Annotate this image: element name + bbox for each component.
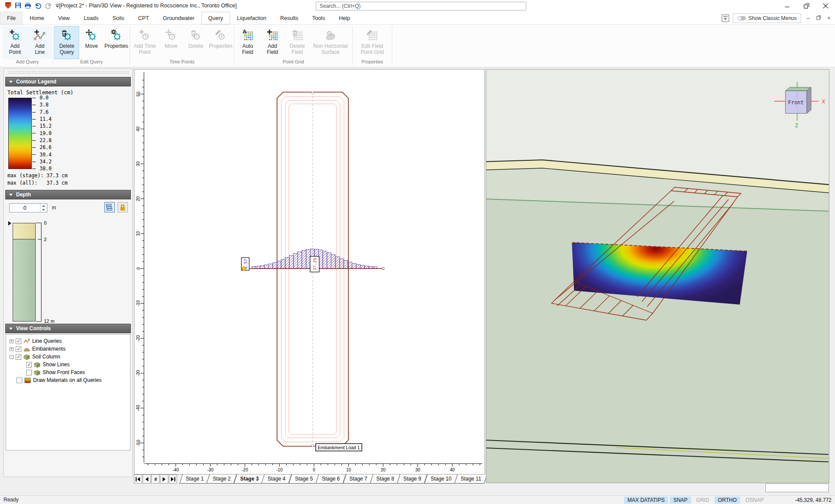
expander-icon[interactable]: + <box>10 339 13 343</box>
stage-tab-11[interactable]: Stage 11 <box>454 474 487 484</box>
query-end-point[interactable] <box>382 267 384 270</box>
stage-number-button[interactable]: # <box>151 474 160 484</box>
depth-marker-icon[interactable] <box>8 221 11 225</box>
svg-text:10: 10 <box>346 468 351 472</box>
tree-item-soil-column[interactable]: - Soil Column <box>6 353 130 361</box>
minimize-button[interactable] <box>778 0 797 12</box>
contour-legend-panel: Total Settlement (cm) 0.0 3.8 7.6 11.4 1… <box>7 86 130 190</box>
view-3d[interactable]: Y Front X Z <box>486 69 829 483</box>
embankments-checkbox[interactable] <box>16 346 21 352</box>
legend-tick-label: 15.2 <box>40 123 52 129</box>
show-lines-checkbox[interactable] <box>26 362 32 368</box>
save-icon[interactable] <box>15 2 21 9</box>
ribbon-separator <box>234 26 234 66</box>
add-point-button[interactable]: AddPoint <box>3 26 27 59</box>
close-button[interactable] <box>816 0 835 12</box>
depth-input[interactable]: 0 <box>9 203 47 212</box>
menu-tab-file[interactable]: File <box>0 12 23 24</box>
search-input[interactable] <box>316 2 526 10</box>
svg-text:-40: -40 <box>173 468 179 472</box>
depth-lock-button[interactable] <box>117 202 128 212</box>
menu-tab-liquefaction[interactable]: Liquefaction <box>230 12 273 24</box>
previous-stage-button[interactable] <box>143 474 151 484</box>
grid-toggle[interactable]: GRID <box>693 497 713 504</box>
svg-text:-30: -30 <box>136 370 141 376</box>
embankment-load-label[interactable]: Embankment Load 1 <box>316 444 362 451</box>
query-start-point[interactable] <box>242 267 246 271</box>
redo-icon[interactable] <box>45 2 52 9</box>
stage-tab-8[interactable]: Stage 8 <box>370 474 401 484</box>
first-stage-button[interactable] <box>134 474 142 484</box>
print-icon[interactable] <box>24 2 31 9</box>
menu-tab-groundwater[interactable]: Groundwater <box>156 12 201 24</box>
stage-tab-5[interactable]: Stage 5 <box>288 474 319 484</box>
delete-query-button[interactable]: DeleteQuery <box>54 26 79 59</box>
view-controls-header[interactable]: View Controls <box>5 324 131 333</box>
stage-tab-2[interactable]: Stage 2 <box>207 474 237 484</box>
soil-column-checkbox[interactable] <box>16 354 21 360</box>
add-line-button[interactable]: AddLine <box>27 26 52 59</box>
contour-legend-header[interactable]: Contour Legend <box>5 77 131 86</box>
menu-tab-loads[interactable]: Loads <box>77 12 105 24</box>
query-properties-button[interactable]: Properties <box>104 26 129 59</box>
stage-tab-6[interactable]: Stage 6 <box>316 474 346 484</box>
plan-view[interactable]: 50403020100-10-20-30-40-50-40-30-20-1001… <box>134 69 485 474</box>
delete-query-icon <box>60 29 73 42</box>
sidebar-gripper[interactable] <box>7 71 129 74</box>
add-line-icon <box>33 29 47 42</box>
line-queries-checkbox[interactable] <box>16 338 21 344</box>
ground-plane <box>486 168 829 483</box>
mdi-close-button[interactable]: × <box>825 15 832 21</box>
tree-item-show-front-faces[interactable]: Show Front Faces <box>6 368 130 376</box>
stage-tab-4[interactable]: Stage 4 <box>261 474 292 484</box>
snap-toggle[interactable]: SNAP <box>670 497 691 504</box>
auto-field-button[interactable]: A AutoField <box>235 26 260 59</box>
ribbon-pin-icon[interactable] <box>721 14 729 22</box>
add-field-button[interactable]: AddField <box>260 26 285 59</box>
stage-tab-3[interactable]: Stage 3 <box>234 474 265 484</box>
stage-tab-7[interactable]: Stage 7 <box>343 474 373 484</box>
undo-icon[interactable] <box>34 2 42 9</box>
restore-button[interactable] <box>797 0 816 12</box>
tree-item-show-lines[interactable]: Show Lines <box>6 361 130 368</box>
stage-tab-9[interactable]: Stage 9 <box>397 474 428 484</box>
tree-item-draw-materials[interactable]: Draw Materials on all Queries <box>6 376 130 384</box>
depth-header[interactable]: Depth <box>5 190 131 199</box>
show-classic-menus-toggle[interactable]: Show Classic Menus <box>733 13 801 23</box>
draw-materials-checkbox[interactable] <box>17 378 22 383</box>
menu-tab-view[interactable]: View <box>51 12 77 24</box>
menu-tab-home[interactable]: Home <box>23 12 51 24</box>
tree-item-line-queries[interactable]: + Line Queries <box>6 337 130 345</box>
last-stage-button[interactable] <box>169 474 177 484</box>
tree-item-embankments[interactable]: + Embankments <box>6 345 130 353</box>
move-query-button[interactable]: Move <box>79 26 104 59</box>
menu-tab-results[interactable]: Results <box>273 12 305 24</box>
osnap-toggle[interactable]: OSNAP <box>742 497 767 504</box>
menu-tab-query[interactable]: Query <box>201 12 230 24</box>
legend-tick-label: 26.6 <box>40 144 52 150</box>
menu-tab-soils[interactable]: Soils <box>105 12 131 24</box>
depth-spinner[interactable] <box>40 204 47 212</box>
menu-tab-cpt[interactable]: CPT <box>131 12 156 24</box>
stage-tab-1[interactable]: Stage 1 <box>180 474 210 484</box>
stage-tab-10[interactable]: Stage 10 <box>424 474 458 484</box>
menu-tab-help[interactable]: Help <box>332 12 357 24</box>
next-stage-button[interactable] <box>160 474 168 484</box>
delete-field-button: DeleteField <box>285 26 310 59</box>
app-logo-icon[interactable] <box>4 2 12 9</box>
spinner-up-icon[interactable] <box>40 204 47 208</box>
mdi-restore-button[interactable] <box>815 15 822 21</box>
max-datatips-toggle[interactable]: MAX DATATIPS <box>624 497 668 504</box>
show-front-faces-checkbox[interactable] <box>26 370 32 375</box>
menu-tab-tools[interactable]: Tools <box>305 12 332 24</box>
ribbon-separator <box>392 26 392 66</box>
expander-icon[interactable]: + <box>10 347 13 351</box>
spinner-down-icon[interactable] <box>40 208 47 212</box>
ribbon-group-point-grid: A AutoField AddField DeleteField Non Hor… <box>235 25 351 67</box>
ortho-toggle[interactable]: ORTHO <box>715 497 740 504</box>
lock-icon <box>120 204 126 211</box>
expander-icon[interactable]: - <box>10 355 13 359</box>
ribbon-group-edit-query: DeleteQuery Move Properties Edit Query <box>54 25 129 67</box>
mdi-minimize-button[interactable]: – <box>805 15 812 21</box>
depth-layers-button[interactable] <box>104 202 115 212</box>
